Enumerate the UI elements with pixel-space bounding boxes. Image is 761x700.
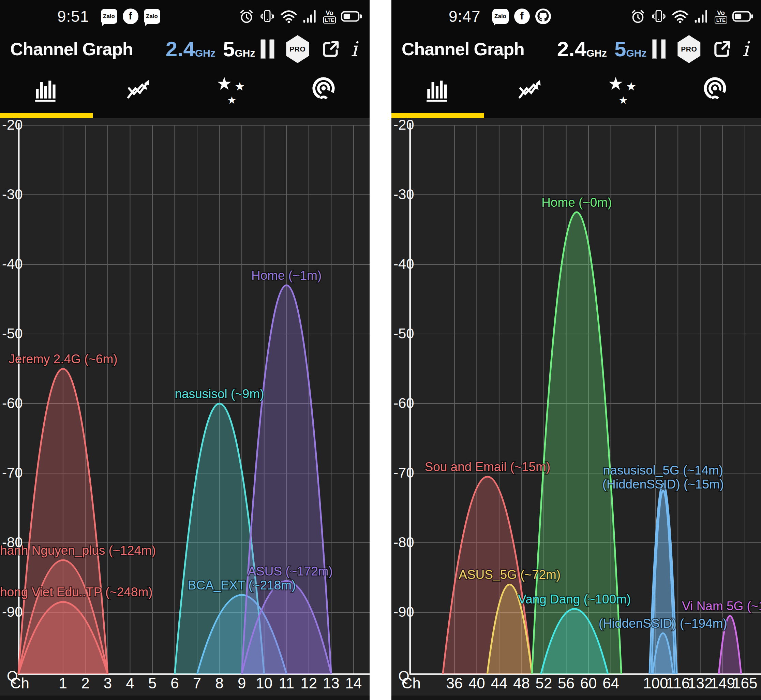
network-label: hong Viet Edu..TP (~248m) (0, 585, 153, 599)
tab-access-points[interactable] (694, 72, 735, 106)
y-axis-label: -70 (393, 465, 414, 481)
band-5ghz-button[interactable]: 5GHz (614, 39, 646, 60)
facebook-icon: f (514, 9, 530, 24)
status-time: 9:51 (57, 7, 89, 26)
alarm-icon (239, 9, 254, 24)
band-5-label: 5 (614, 39, 626, 60)
info-icon[interactable]: i (742, 39, 751, 59)
page-title: Channel Graph (402, 39, 524, 59)
y-axis-label: -90 (2, 604, 23, 620)
network-label: Jeremy 2.4G (~6m) (9, 352, 117, 366)
network-label: BCA_EXT (~218m) (188, 578, 296, 592)
x-axis-tick-label: 4 (126, 675, 134, 691)
info-icon[interactable]: i (351, 39, 359, 59)
alarm-icon (630, 9, 646, 24)
x-axis-prefix: Ch (402, 675, 421, 691)
tab-bar: ★★★ (0, 66, 370, 113)
channel-rating-stars-icon: ★★★ (607, 74, 638, 105)
y-axis-label: -20 (393, 118, 414, 133)
battery-icon (341, 11, 362, 22)
screenshot-5ghz: 9:47 Zalo f VoLTE Channel Graph 2.4GHz 5… (391, 0, 761, 700)
notification-icons: Zalo f Zalo (101, 9, 160, 24)
y-axis-label: -30 (393, 186, 414, 202)
title-bar: Channel Graph 2.4GHz 5GHz PRO i (391, 33, 761, 66)
ghz-unit-label: GHz (235, 48, 255, 58)
time-graph-icon (125, 75, 153, 104)
y-axis-label: -60 (393, 395, 414, 411)
tab-channel-rating[interactable]: ★★★ (211, 72, 252, 106)
export-icon[interactable] (321, 39, 341, 59)
x-axis-prefix: Ch (10, 675, 29, 691)
x-axis-tick-label: 5 (148, 675, 156, 691)
volte-icon: VoLTE (323, 9, 336, 23)
active-tab-underline (391, 113, 484, 118)
x-axis-tick-label: 64 (602, 675, 619, 691)
panel-gap (370, 0, 391, 700)
active-tab-underline (0, 113, 93, 118)
tab-channel-rating[interactable]: ★★★ (602, 72, 643, 106)
facebook-label: f (520, 10, 524, 22)
page-title: Channel Graph (10, 39, 133, 59)
zalo-label: Zalo (494, 13, 506, 20)
channel-chart-svg: Jeremy 2.4G (~6m)hanh Nguyen_plus (~124m… (0, 118, 370, 695)
ghz-unit-label: GHz (626, 48, 646, 58)
volte-lte-label: LTE (323, 16, 336, 23)
band-24ghz-button[interactable]: 2.4GHz (166, 39, 215, 60)
pro-badge[interactable]: PRO (676, 35, 702, 63)
zalo-icon: Zalo (144, 9, 160, 24)
x-axis-tick-label: 1 (59, 675, 67, 691)
band-switch: 2.4GHz 5GHz (166, 39, 256, 60)
x-axis-tick-label: 2 (81, 675, 89, 691)
band-24ghz-button[interactable]: 2.4GHz (557, 39, 607, 60)
x-axis-tick-label: 48 (513, 675, 530, 691)
channel-chart-svg: Sou and Email (~15m)ASUS_5G (~72m)Home (… (391, 118, 761, 695)
network-label: nasusisol (~9m) (175, 387, 264, 401)
tab-bar: ★★★ (391, 66, 761, 113)
ghz-unit-label: GHz (195, 48, 215, 58)
bar-chart-icon (424, 75, 452, 104)
status-bar: 9:47 Zalo f VoLTE (391, 0, 761, 33)
pro-badge[interactable]: PRO (285, 35, 310, 63)
tab-access-points[interactable] (303, 72, 344, 106)
github-icon (535, 9, 551, 24)
channel-rating-stars-icon: ★★★ (216, 74, 246, 105)
tab-channel-graph[interactable] (417, 72, 458, 106)
channel-graph-chart: Jeremy 2.4G (~6m)hanh Nguyen_plus (~124m… (0, 118, 370, 695)
band-5ghz-button[interactable]: 5GHz (223, 39, 255, 60)
network-label: ASUS (~172m) (248, 564, 333, 578)
x-axis-tick-label: 13 (323, 675, 340, 691)
x-axis-tick-label: 6 (170, 675, 179, 691)
tab-underline-row (391, 113, 761, 118)
volte-icon: VoLTE (715, 9, 727, 23)
status-bar: 9:51 Zalo f Zalo VoLTE (0, 0, 370, 33)
y-axis-label: -50 (393, 325, 414, 341)
ghz-unit-label: GHz (586, 48, 607, 58)
tab-time-graph[interactable] (510, 72, 550, 106)
facebook-icon: f (123, 9, 139, 24)
toolbar: PRO i (652, 35, 751, 63)
pause-button[interactable] (260, 39, 274, 59)
pro-label: PRO (290, 45, 306, 53)
y-axis-label: -40 (393, 256, 414, 272)
network-label: (HiddenSSID) (~15m) (602, 477, 724, 491)
network-label: hanh Nguyen_plus (~124m) (0, 544, 156, 558)
volte-lte-label: LTE (715, 16, 727, 23)
network-label: Vang Dang (~100m) (518, 592, 631, 606)
pause-button[interactable] (652, 39, 666, 59)
x-axis-tick-label: 12 (300, 675, 317, 691)
zalo-label: Zalo (103, 13, 115, 20)
tab-channel-graph[interactable] (26, 72, 67, 106)
x-axis-tick-label: 149 (710, 675, 735, 691)
export-icon[interactable] (712, 39, 732, 59)
network-label: (HiddenSSID) (~194m) (599, 616, 727, 630)
x-axis-tick-label: 36 (446, 675, 463, 691)
x-axis-tick-label: 60 (580, 675, 597, 691)
x-axis-tick-label: 10 (256, 675, 273, 691)
x-axis-tick-label: 44 (491, 675, 507, 691)
x-axis-tick-label: 8 (215, 675, 223, 691)
tab-time-graph[interactable] (118, 72, 159, 106)
x-axis-tick-label: 56 (558, 675, 574, 691)
band-switch: 2.4GHz 5GHz (557, 39, 647, 60)
status-time: 9:47 (449, 7, 481, 26)
wifi-icon (672, 9, 689, 23)
